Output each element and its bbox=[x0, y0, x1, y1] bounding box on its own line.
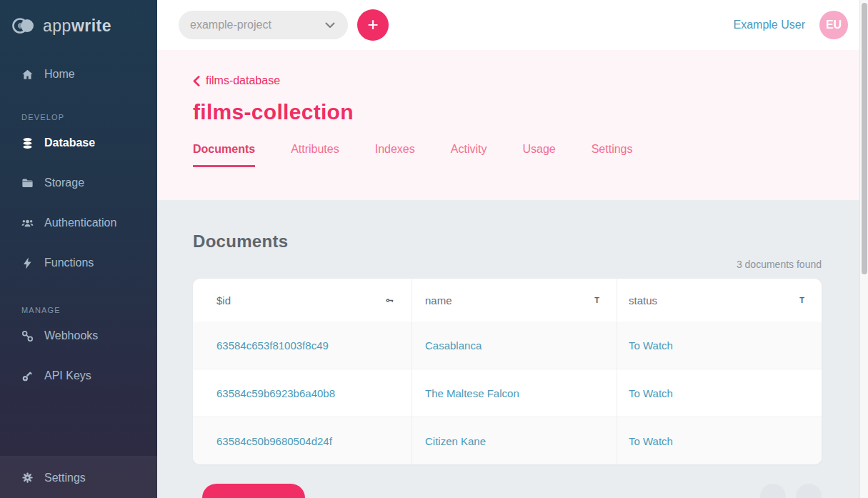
chevron-left-icon bbox=[193, 76, 200, 86]
tab-activity[interactable]: Activity bbox=[451, 143, 487, 167]
appwrite-console: appwrite Home DEVELOP Database Storage bbox=[0, 0, 868, 498]
column-label: name bbox=[425, 294, 452, 307]
home-icon bbox=[21, 68, 34, 81]
main-area: example-project + Example User EU films-… bbox=[157, 0, 868, 498]
appwrite-logo-icon bbox=[11, 16, 37, 35]
sidebar-item-database[interactable]: Database bbox=[0, 123, 157, 163]
documents-section: Documents 3 documents found $id bbox=[157, 200, 868, 498]
column-label: $id bbox=[216, 294, 231, 307]
sidebar-item-api-keys[interactable]: API Keys bbox=[0, 356, 157, 396]
project-selector[interactable]: example-project bbox=[179, 11, 348, 39]
sidebar-item-storage[interactable]: Storage bbox=[0, 163, 157, 203]
documents-table: $id name T status bbox=[193, 279, 822, 464]
avatar[interactable]: EU bbox=[819, 11, 848, 39]
collection-header: films-database films-collection Document… bbox=[157, 50, 868, 200]
sidebar-item-label: Functions bbox=[44, 257, 94, 269]
folder-icon bbox=[21, 176, 34, 190]
scrollbar-track[interactable] bbox=[859, 0, 868, 498]
tab-attributes[interactable]: Attributes bbox=[291, 143, 339, 167]
chevron-down-icon bbox=[325, 22, 335, 29]
sidebar-item-functions[interactable]: Functions bbox=[0, 243, 157, 283]
pagination-prev-button[interactable] bbox=[760, 484, 786, 498]
table-row[interactable]: 63584c50b9680504d24f Citizen Kane To Wat… bbox=[193, 417, 822, 464]
text-type-icon: T bbox=[799, 296, 804, 304]
table-row[interactable]: 63584c653f81003f8c49 Casablanca To Watch bbox=[193, 322, 822, 369]
appwrite-logo[interactable]: appwrite bbox=[0, 0, 157, 51]
column-header-id[interactable]: $id bbox=[193, 279, 412, 322]
column-header-name[interactable]: name T bbox=[412, 279, 617, 322]
document-name[interactable]: Citizen Kane bbox=[425, 435, 486, 447]
sidebar-item-label: Authentication bbox=[44, 216, 116, 229]
table-header-row: $id name T status bbox=[193, 279, 822, 322]
add-document-button[interactable] bbox=[202, 484, 305, 498]
key-icon bbox=[385, 296, 394, 305]
document-id-link[interactable]: 63584c59b6923b6a40b8 bbox=[216, 387, 335, 399]
sidebar-item-label: Database bbox=[44, 136, 95, 149]
topbar-user-area: Example User EU bbox=[734, 11, 848, 39]
tab-indexes[interactable]: Indexes bbox=[375, 143, 415, 167]
sidebar-item-webhooks[interactable]: Webhooks bbox=[0, 316, 157, 356]
create-new-button[interactable]: + bbox=[357, 9, 389, 41]
link-icon bbox=[21, 329, 34, 343]
tab-settings[interactable]: Settings bbox=[592, 143, 633, 167]
scrollbar-thumb[interactable] bbox=[862, 3, 867, 274]
document-status[interactable]: To Watch bbox=[629, 435, 673, 447]
column-header-status[interactable]: status T bbox=[617, 279, 822, 322]
sidebar-section-develop: DEVELOP bbox=[21, 113, 157, 121]
database-icon bbox=[21, 136, 34, 150]
users-icon bbox=[21, 216, 34, 230]
tab-documents[interactable]: Documents bbox=[193, 143, 255, 167]
sidebar-item-home[interactable]: Home bbox=[0, 54, 157, 94]
project-selector-value: example-project bbox=[190, 19, 271, 31]
sidebar-item-label: Home bbox=[44, 68, 75, 81]
tab-usage[interactable]: Usage bbox=[522, 143, 555, 167]
pagination bbox=[760, 484, 822, 498]
table-row[interactable]: 63584c59b6923b6a40b8 The Maltese Falcon … bbox=[193, 369, 822, 417]
topbar: example-project + Example User EU bbox=[157, 0, 868, 50]
section-heading: Documents bbox=[193, 231, 822, 252]
lightning-icon bbox=[21, 257, 34, 270]
document-name[interactable]: The Maltese Falcon bbox=[425, 387, 519, 399]
table-body: 63584c653f81003f8c49 Casablanca To Watch… bbox=[193, 322, 822, 464]
sidebar-item-label: Storage bbox=[44, 176, 84, 189]
key-icon bbox=[21, 369, 34, 383]
user-name-link[interactable]: Example User bbox=[734, 19, 805, 31]
document-id-link[interactable]: 63584c653f81003f8c49 bbox=[216, 339, 329, 352]
text-type-icon: T bbox=[594, 296, 599, 304]
sidebar-item-label: API Keys bbox=[44, 369, 91, 382]
document-name[interactable]: Casablanca bbox=[425, 339, 482, 352]
sidebar-item-label: Webhooks bbox=[44, 329, 98, 342]
avatar-initials: EU bbox=[826, 19, 842, 31]
document-status[interactable]: To Watch bbox=[629, 387, 673, 399]
column-label: status bbox=[629, 294, 657, 307]
logo-text: appwrite bbox=[43, 16, 111, 36]
sidebar-settings-strip: Settings bbox=[0, 457, 157, 498]
pagination-next-button[interactable] bbox=[796, 484, 822, 498]
sidebar-section-manage: MANAGE bbox=[21, 306, 157, 314]
documents-count: 3 documents found bbox=[737, 259, 822, 270]
sidebar: appwrite Home DEVELOP Database Storage bbox=[0, 0, 157, 498]
tab-bar: Documents Attributes Indexes Activity Us… bbox=[193, 143, 868, 167]
breadcrumb-label: films-database bbox=[206, 74, 280, 87]
page-title: films-collection bbox=[193, 100, 868, 124]
table-footer bbox=[193, 484, 822, 498]
plus-icon: + bbox=[367, 15, 378, 34]
gear-icon bbox=[21, 471, 34, 484]
sidebar-item-settings[interactable]: Settings bbox=[0, 457, 86, 498]
sidebar-item-label: Settings bbox=[44, 472, 86, 484]
document-status[interactable]: To Watch bbox=[629, 339, 673, 352]
breadcrumb[interactable]: films-database bbox=[193, 74, 280, 87]
sidebar-item-authentication[interactable]: Authentication bbox=[0, 203, 157, 243]
document-id-link[interactable]: 63584c50b9680504d24f bbox=[216, 435, 332, 447]
